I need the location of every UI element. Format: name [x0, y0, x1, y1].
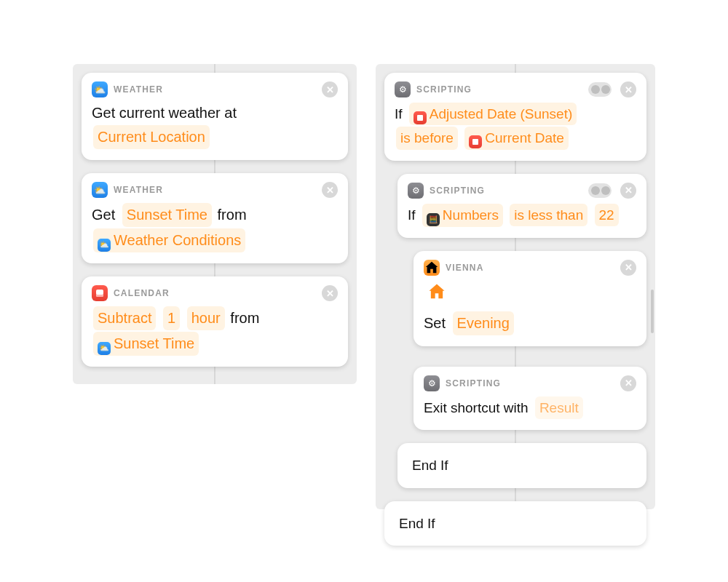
delete-action-button[interactable]	[322, 182, 338, 198]
action-text: If	[408, 207, 416, 223]
end-if-inner[interactable]: End If	[397, 443, 646, 487]
weather-icon	[92, 81, 108, 97]
condition-token[interactable]: is before	[396, 127, 458, 149]
amount-token[interactable]: 1	[163, 306, 180, 330]
action-app-label: VIENNA	[446, 263, 484, 273]
action-app-label: WEATHER	[114, 185, 163, 195]
weather-icon	[98, 239, 111, 252]
value-token[interactable]: 22	[595, 204, 619, 226]
options-toggle[interactable]	[588, 183, 612, 198]
scripting-icon	[395, 81, 411, 97]
action-app-label: SCRIPTING	[430, 186, 485, 196]
calendar-icon	[414, 111, 427, 124]
action-app-label: WEATHER	[114, 84, 163, 95]
action-get-sunset[interactable]: WEATHER Get Sunset Time from Weather Con…	[82, 173, 348, 263]
delete-action-button[interactable]	[620, 81, 636, 97]
end-if-label: End If	[411, 450, 633, 480]
delete-action-button[interactable]	[620, 183, 636, 199]
action-text: from	[218, 207, 247, 223]
options-toggle[interactable]	[588, 82, 612, 97]
variable-token[interactable]: Weather Conditions	[93, 228, 245, 252]
action-text: Exit shortcut with	[424, 400, 529, 415]
scene-token[interactable]: Evening	[453, 311, 514, 335]
delete-action-button[interactable]	[322, 285, 338, 301]
scripting-icon	[424, 375, 440, 391]
variable-token[interactable]: Numbers	[422, 204, 503, 227]
result-token[interactable]: Result	[535, 396, 583, 419]
weather-icon	[92, 182, 108, 198]
calendar-icon	[92, 285, 108, 301]
action-app-label: SCRIPTING	[446, 378, 501, 388]
left-workflow-column: WEATHER Get current weather at Current L…	[73, 64, 357, 384]
delete-action-button[interactable]	[322, 81, 338, 97]
scene-home-icon	[427, 282, 447, 302]
unit-token[interactable]: hour	[187, 306, 225, 330]
operation-token[interactable]: Subtract	[93, 306, 156, 330]
action-if-sunset[interactable]: SCRIPTING If Adjusted Date (Sunset) is b…	[384, 73, 646, 161]
variable-token[interactable]: Sunset Time	[93, 332, 199, 356]
action-if-numbers[interactable]: SCRIPTING If Numbers is less than 22	[397, 174, 646, 238]
action-text: Get	[92, 207, 115, 223]
weather-icon	[98, 342, 111, 355]
calculator-icon	[427, 213, 440, 226]
calendar-icon	[469, 135, 482, 148]
action-app-label: SCRIPTING	[416, 84, 472, 95]
end-if-label: End If	[397, 509, 633, 538]
shortcuts-editor: WEATHER Get current weather at Current L…	[0, 0, 728, 582]
right-workflow-column: SCRIPTING If Adjusted Date (Sunset) is b…	[376, 64, 655, 509]
scrollbar[interactable]	[651, 290, 654, 333]
condition-token[interactable]: is less than	[510, 204, 587, 226]
action-text: Set	[424, 315, 446, 331]
variable-token[interactable]: Current Date	[464, 127, 569, 149]
action-text: Get current weather at	[92, 105, 237, 121]
end-if-outer[interactable]: End If	[384, 501, 646, 546]
action-exit-shortcut[interactable]: SCRIPTING Exit shortcut with Result	[414, 367, 646, 430]
action-adjust-date[interactable]: CALENDAR Subtract 1 hour from Sunset Tim…	[82, 276, 348, 367]
scripting-icon	[408, 183, 424, 199]
action-app-label: CALENDAR	[114, 288, 170, 298]
action-text: If	[395, 106, 403, 121]
action-set-scene[interactable]: VIENNA Set Evening	[414, 251, 646, 346]
location-token[interactable]: Current Location	[93, 125, 210, 149]
action-get-weather[interactable]: WEATHER Get current weather at Current L…	[82, 73, 348, 160]
action-text: from	[230, 310, 259, 326]
delete-action-button[interactable]	[620, 260, 636, 276]
variable-token[interactable]: Adjusted Date (Sunset)	[409, 103, 577, 125]
delete-action-button[interactable]	[620, 375, 636, 391]
home-icon	[424, 260, 440, 276]
detail-token[interactable]: Sunset Time	[122, 203, 212, 227]
